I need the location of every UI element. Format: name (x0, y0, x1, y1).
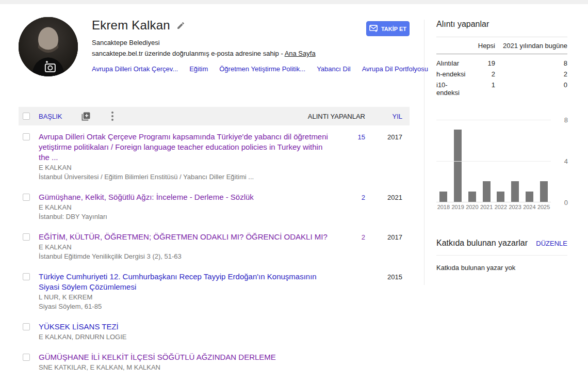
interest-tag[interactable]: Yabancı Dil (317, 65, 351, 73)
stat-label[interactable]: h-endeksi (436, 70, 468, 78)
stat-row: Alıntılar198 (436, 58, 567, 69)
interest-tag[interactable]: Eğitim (189, 65, 208, 73)
article-citations-link[interactable]: 2 (362, 233, 365, 241)
stats-empty-cell (436, 42, 468, 50)
stat-label[interactable]: Alıntılar (436, 59, 468, 67)
article-content: YÜKSEK LİSANS TEZİE KALKAN, DRNURN LOGIE (39, 322, 334, 341)
article-citations-cell: 15 (334, 132, 365, 141)
stat-row: i10-endeksi10 (436, 80, 567, 98)
stat-value-recent: 8 (495, 59, 567, 67)
edit-coauthors-link[interactable]: DÜZENLE (536, 240, 567, 247)
verified-email-text: sancaktepe.bel.tr üzerinde doğrulanmış e… (92, 50, 285, 57)
chart-bar[interactable] (483, 181, 491, 202)
article-authors: L NUR, K EKREM (39, 293, 334, 301)
chart-y-tick: 4 (558, 157, 568, 165)
article-citations-cell (334, 272, 365, 273)
change-photo-camera-icon[interactable] (43, 61, 56, 72)
article-citations-link[interactable]: 15 (358, 133, 365, 141)
interest-tag[interactable]: Öğretmen Yetiştirme Politik... (219, 65, 305, 73)
article-citations-cell: 2 (334, 192, 365, 201)
article-venue: Siyasi Söylem, 61-85 (39, 303, 334, 311)
article-title-link[interactable]: Gümüşhane, Kelkit, Söğütlü Ağzı: İncelem… (39, 193, 254, 201)
article-authors: E KALKAN (39, 243, 334, 251)
chart-bar-slot (451, 130, 465, 202)
chart-x-tick: 2024 (522, 204, 537, 210)
sort-by-title-link[interactable]: BAŞLIK (39, 113, 62, 120)
avatar[interactable] (19, 17, 78, 76)
sort-by-citations-label[interactable]: ALINTI YAPANLAR (308, 113, 365, 120)
chart-bar[interactable] (439, 192, 447, 202)
article-citations-cell: 2 (334, 232, 365, 241)
article-citations-cell (334, 352, 365, 354)
article-row: Avrupa Dilleri Ortak Çerçeve Programı ka… (19, 125, 410, 186)
article-row: Türkiye Cumhuriyeti 12. Cumhurbaşkanı Re… (19, 265, 410, 315)
follow-button[interactable]: TAKİP ET (366, 21, 410, 36)
articles-list: Avrupa Dilleri Ortak Çerçeve Programı ka… (19, 125, 410, 376)
article-authors: E KALKAN, DRNURN LOGIE (39, 333, 334, 341)
publications-table-header: BAŞLIK ALINTI YAPANLAR YIL (19, 107, 410, 125)
profile-main-column: Ekrem Kalkan Sancaktepe Belediyesi sanca… (0, 4, 424, 381)
article-year: 2021 (365, 192, 402, 201)
chart-bar[interactable] (454, 130, 462, 202)
chart-bar-slot (436, 130, 451, 202)
article-title-link[interactable]: EĞİTİM, KÜLTÜR, ÖĞRETMEN; ÖĞRETMEN ODAKL… (39, 232, 328, 241)
article-checkbox[interactable] (23, 323, 30, 330)
stats-col-all: Hepsi (468, 42, 495, 50)
article-venue: İstanbul Üniversitesi / Eğitim Bilimleri… (39, 173, 334, 181)
article-checkbox[interactable] (23, 233, 30, 241)
article-authors: SNE KATKILAR, E KALKAN, M KALKAN (39, 363, 334, 372)
article-checkbox[interactable] (23, 194, 30, 201)
article-title-link[interactable]: Avrupa Dilleri Ortak Çerçeve Programı ka… (39, 132, 328, 162)
article-row: EĞİTİM, KÜLTÜR, ÖĞRETMEN; ÖĞRETMEN ODAKL… (19, 226, 410, 265)
article-checkbox[interactable] (23, 133, 30, 140)
chart-bar[interactable] (497, 192, 504, 202)
homepage-link[interactable]: Ana Sayfa (285, 50, 316, 57)
article-content: GÜMÜŞHANE İLİ KELKİT İLÇESİ SÖĞÜTLÜ AĞZI… (39, 352, 334, 372)
chart-bar-slot (465, 130, 480, 202)
chart-x-tick: 2018 (436, 204, 451, 210)
chart-x-tick: 2025 (536, 204, 551, 210)
add-articles-icon[interactable] (81, 112, 91, 121)
stat-value-all: 19 (468, 59, 495, 67)
article-checkbox[interactable] (23, 273, 30, 280)
stats-col-recent: 2021 yılından bugüne (495, 42, 567, 50)
follow-button-label: TAKİP ET (381, 26, 406, 32)
chart-bar[interactable] (468, 192, 476, 202)
interest-tag[interactable]: Avrupa Dil Portfolyosu (362, 65, 428, 73)
chart-bar[interactable] (511, 181, 519, 202)
chart-x-tick: 2023 (508, 204, 522, 210)
article-content: Gümüşhane, Kelkit, Söğütlü Ağzı: İncelem… (39, 192, 334, 221)
select-all-checkbox[interactable] (23, 113, 30, 120)
article-content: Türkiye Cumhuriyeti 12. Cumhurbaşkanı Re… (39, 272, 334, 311)
chart-gridline (436, 161, 551, 162)
cited-by-title[interactable]: Alıntı yapanlar (436, 20, 567, 29)
stat-label[interactable]: i10-endeksi (436, 81, 468, 97)
article-year: 2017 (365, 132, 402, 141)
stat-value-recent: 0 (495, 81, 567, 97)
edit-name-pencil-icon[interactable] (176, 21, 185, 30)
article-checkbox[interactable] (23, 354, 30, 361)
article-title-link[interactable]: GÜMÜŞHANE İLİ KELKİT İLÇESİ SÖĞÜTLÜ AĞZI… (39, 353, 276, 361)
article-title-link[interactable]: YÜKSEK LİSANS TEZİ (39, 322, 119, 331)
article-venue: İstanbul: DBY Yayınları (39, 213, 334, 221)
chart-x-tick: 2021 (479, 204, 494, 210)
chart-bar[interactable] (526, 192, 533, 202)
chart-bar-slot (508, 130, 522, 202)
more-options-icon[interactable] (110, 110, 115, 122)
article-year: 2017 (365, 232, 402, 241)
sort-by-year-link[interactable]: YIL (365, 113, 402, 120)
chart-y-tick: 8 (558, 116, 568, 124)
interest-tag[interactable]: Avrupa Dilleri Ortak Çerçev... (92, 65, 178, 73)
citation-stats-table: Hepsi 2021 yılından bugüne Alıntılar198h… (436, 37, 567, 98)
chart-bar[interactable] (540, 181, 548, 202)
profile-header: Ekrem Kalkan Sancaktepe Belediyesi sanca… (19, 17, 410, 96)
article-citations-link[interactable]: 2 (362, 194, 365, 201)
profile-name: Ekrem Kalkan (92, 18, 170, 33)
divider (436, 255, 567, 256)
chart-plot-area (436, 120, 551, 202)
coauthors-title: Katkıda bulunan yazarlar (436, 239, 536, 248)
article-title-link[interactable]: Türkiye Cumhuriyeti 12. Cumhurbaşkanı Re… (39, 272, 317, 291)
citations-chart: 840 20182019202020212022202320242025 (436, 120, 568, 216)
coauthors-empty-text: Katkıda bulunan yazar yok (436, 264, 567, 272)
article-year: 2015 (365, 272, 402, 281)
